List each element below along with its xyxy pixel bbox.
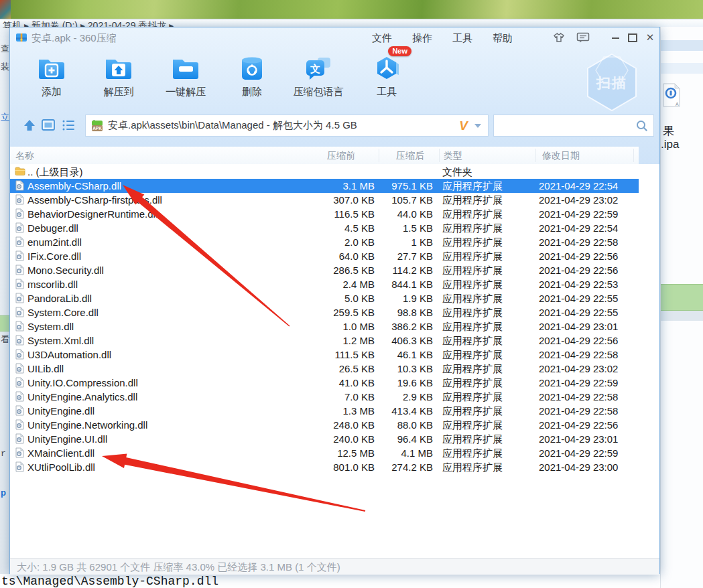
close-button[interactable]: ✕ (643, 31, 657, 44)
bg-file-label: 果 (663, 123, 674, 139)
scan-badge[interactable]: 扫描 (577, 53, 647, 113)
column-size-after[interactable]: 压缩后 (393, 150, 424, 162)
modified-date: 2021-04-29 22:58 (539, 235, 618, 249)
360zip-app-icon (16, 32, 27, 43)
titlebar[interactable]: 安卓.apk - 360压缩 文件 操作 工具 帮助 ✕ (10, 27, 659, 48)
modified-date: 2021-04-29 22:58 (539, 390, 618, 404)
table-row[interactable]: BehaviorDesignerRuntime.dll 116.5 KB 44.… (10, 207, 639, 221)
maximize-button[interactable] (625, 31, 640, 44)
menu-operation[interactable]: 操作 (412, 32, 435, 45)
list-view-icon[interactable] (61, 119, 76, 132)
modified-date: 2021-04-29 23:02 (539, 193, 618, 207)
size-after: 386.2 KB (342, 319, 433, 334)
svg-text:APK: APK (92, 126, 102, 131)
file-name: Mono.Security.dll (27, 263, 262, 277)
file-name: .. (上级目录) (27, 165, 262, 179)
dll-file-icon (15, 349, 25, 360)
file-type: 应用程序扩展 (442, 221, 503, 235)
table-row[interactable]: UnityEngine.UI.dll 240.0 KB 96.4 KB 应用程序… (10, 432, 639, 446)
delete-button[interactable]: 删除 (220, 52, 284, 98)
minimize-button[interactable] (608, 31, 623, 44)
size-after: 88.0 KB (342, 418, 433, 432)
file-type: 应用程序扩展 (442, 348, 503, 362)
file-list: .. (上级目录) 文件夹 Assembly-CSharp.dll 3.1 MB… (10, 164, 659, 558)
address-dropdown-icon[interactable] (474, 124, 481, 128)
menu-tools[interactable]: 工具 (452, 32, 475, 45)
menu-help[interactable]: 帮助 (493, 32, 515, 45)
table-row[interactable]: UnityEngine.Networking.dll 248.0 KB 88.0… (10, 418, 639, 432)
column-name[interactable]: 名称 (15, 150, 34, 162)
file-type: 应用程序扩展 (442, 376, 503, 390)
table-row[interactable]: enum2int.dll 2.0 KB 1 KB 应用程序扩展 2021-04-… (10, 235, 639, 249)
file-name: UnityEngine.UI.dll (27, 432, 262, 446)
table-row[interactable]: Debuger.dll 4.5 KB 1.5 KB 应用程序扩展 2021-04… (10, 221, 639, 235)
table-row[interactable]: U3DAutomation.dll 111.5 KB 46.1 KB 应用程序扩… (10, 348, 639, 362)
view-mode-icon[interactable] (41, 119, 56, 132)
table-row[interactable]: System.dll 1.0 MB 386.2 KB 应用程序扩展 2021-0… (10, 319, 639, 334)
modified-date: 2021-04-29 22:54 (539, 221, 618, 235)
table-row[interactable]: XUtliPoolLib.dll 801.0 KB 274.2 KB 应用程序扩… (10, 460, 639, 474)
skin-icon[interactable] (552, 31, 566, 44)
dll-file-icon (15, 391, 25, 402)
size-after: 114.2 KB (342, 263, 433, 277)
archive-language-button[interactable]: 文 压缩包语言 (281, 52, 355, 98)
desktop-wallpaper (0, 0, 703, 20)
file-name: System.Core.dll (27, 305, 262, 319)
dll-file-icon (15, 461, 25, 472)
table-row[interactable]: System.Xml.dll 1.2 MB 406.3 KB 应用程序扩展 20… (10, 334, 639, 348)
size-after: 844.1 KB (342, 277, 433, 291)
table-row[interactable]: UnityEngine.Analytics.dll 7.0 KB 2.9 KB … (10, 390, 639, 404)
column-headers: 名称 压缩前 压缩后 类型 修改日期 (10, 147, 639, 165)
table-row[interactable]: UILib.dll 26.5 KB 10.3 KB 应用程序扩展 2021-04… (10, 362, 639, 376)
table-row[interactable]: XMainClient.dll 12.5 MB 4.1 MB 应用程序扩展 20… (10, 446, 639, 460)
table-row[interactable]: .. (上级目录) 文件夹 (10, 165, 639, 179)
one-click-extract-button[interactable]: 一键解压 (153, 52, 218, 98)
menu-file[interactable]: 文件 (372, 32, 395, 45)
search-icon[interactable] (636, 120, 648, 132)
add-button[interactable]: 添加 (19, 52, 84, 98)
modified-date: 2021-04-29 22:55 (539, 305, 618, 319)
file-name: U3DAutomation.dll (27, 348, 262, 362)
up-directory-icon[interactable] (22, 119, 37, 132)
table-row[interactable]: PandoraLib.dll 5.0 KB 1.9 KB 应用程序扩展 2021… (10, 291, 639, 305)
address-bar[interactable]: APK 安卓.apk\assets\bin\Data\Managed - 解包大… (85, 115, 489, 137)
search-box (493, 115, 654, 137)
modified-date: 2021-04-29 22:56 (539, 418, 618, 432)
feedback-icon[interactable] (576, 31, 590, 44)
modified-date: 2021-04-29 22:56 (539, 334, 618, 348)
background-console: ts\Managed\Assembly-CSharp.dll (0, 574, 660, 588)
table-row[interactable]: Assembly-CSharp-firstpass.dll 307.0 KB 1… (10, 193, 639, 207)
size-after: 1 KB (342, 235, 433, 249)
modified-date: 2021-04-29 22:58 (539, 348, 618, 362)
folder-icon (15, 166, 25, 176)
toolbar-label: 删除 (220, 86, 284, 98)
table-row[interactable]: UnityEngine.dll 1.3 MB 413.4 KB 应用程序扩展 2… (10, 404, 639, 418)
dll-file-icon (15, 433, 25, 444)
search-input[interactable] (494, 117, 636, 135)
tools-button[interactable]: New 工具 (357, 52, 417, 98)
file-name: XMainClient.dll (27, 446, 262, 460)
file-type: 应用程序扩展 (442, 179, 503, 193)
table-row[interactable]: Unity.IO.Compression.dll 41.0 KB 19.6 KB… (10, 376, 639, 390)
column-modified-date[interactable]: 修改日期 (542, 150, 580, 162)
table-row[interactable]: mscorlib.dll 2.4 MB 844.1 KB 应用程序扩展 2021… (10, 277, 639, 291)
column-type[interactable]: 类型 (444, 150, 462, 162)
column-size-before[interactable]: 压缩前 (324, 150, 355, 162)
bg-fragment: 装 (1, 61, 9, 73)
size-after: 10.3 KB (342, 362, 433, 376)
file-name: IFix.Core.dll (27, 249, 262, 263)
table-row[interactable]: Mono.Security.dll 286.5 KB 114.2 KB 应用程序… (10, 263, 639, 277)
modified-date: 2021-04-29 22:56 (539, 249, 618, 263)
table-row[interactable]: Assembly-CSharp.dll 3.1 MB 975.1 KB 应用程序… (10, 179, 639, 193)
extract-to-button[interactable]: 解压到 (86, 52, 151, 98)
bg-fragment: p (1, 488, 6, 498)
dll-file-icon (15, 363, 25, 374)
file-name: UnityEngine.Networking.dll (27, 418, 262, 432)
dll-file-icon (15, 293, 25, 303)
file-type: 应用程序扩展 (442, 263, 503, 277)
table-row[interactable]: System.Core.dll 259.5 KB 98.8 KB 应用程序扩展 … (10, 305, 639, 319)
dll-file-icon (15, 335, 25, 346)
size-after: 44.0 KB (342, 207, 433, 221)
svg-text:A: A (676, 102, 679, 106)
table-row[interactable]: IFix.Core.dll 64.0 KB 27.7 KB 应用程序扩展 202… (10, 249, 639, 263)
